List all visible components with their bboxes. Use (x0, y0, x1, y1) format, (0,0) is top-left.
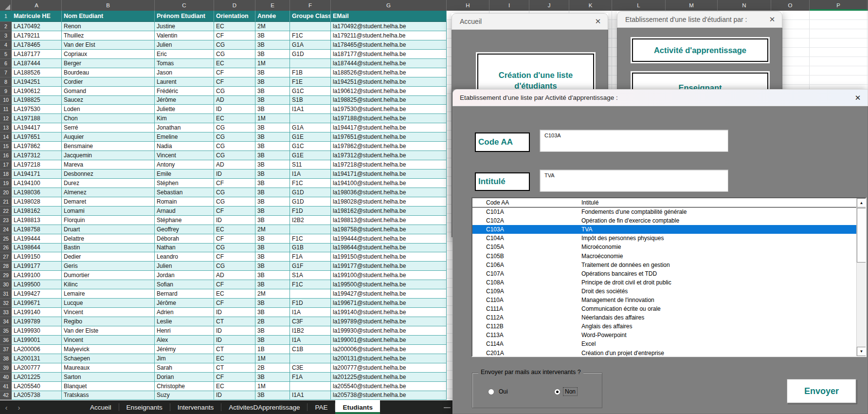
table-cell[interactable]: la199001@student.helha.be (331, 336, 447, 345)
table-cell[interactable]: la199500@student.helha.be (331, 280, 447, 289)
table-cell[interactable]: Durez (62, 179, 155, 188)
table-header-cell[interactable]: Orientation (214, 11, 255, 22)
table-cell[interactable]: Renon (62, 22, 155, 31)
table-cell[interactable]: la200777@student.helha.be (331, 363, 447, 373)
row-number[interactable]: 26 (0, 244, 12, 253)
table-cell[interactable]: ID (214, 391, 255, 400)
table-cell[interactable]: LA194417 (12, 123, 62, 132)
table-cell[interactable]: la199150@student.helha.be (331, 252, 447, 262)
table-cell[interactable]: F1D (290, 299, 331, 308)
column-header-K[interactable]: K (569, 0, 612, 11)
table-cell[interactable]: I1A (290, 308, 331, 317)
listbox-item[interactable]: C109ADroit des sociétés (472, 287, 856, 296)
row-number[interactable]: 30 (0, 280, 12, 289)
table-cell[interactable]: C1B (290, 345, 331, 354)
table-cell[interactable]: Tratskass (62, 391, 155, 400)
table-cell[interactable] (290, 382, 331, 391)
close-icon[interactable]: ✕ (848, 94, 868, 102)
table-cell[interactable]: 3B (255, 179, 290, 188)
listbox-scrollbar[interactable]: ▲ ▼ (856, 198, 866, 356)
table-cell[interactable]: EC (214, 22, 255, 31)
table-cell[interactable]: la194171@student.helha.be (331, 169, 447, 179)
row-number[interactable]: 14 (0, 132, 12, 142)
close-icon[interactable]: ✕ (588, 17, 608, 26)
column-header-O[interactable]: O (771, 0, 810, 11)
table-cell[interactable]: 3B (255, 207, 290, 216)
table-cell[interactable]: Suzy (155, 391, 214, 400)
table-cell[interactable]: LA194171 (12, 169, 62, 179)
select-all-corner[interactable] (0, 0, 12, 11)
table-cell[interactable]: Malyevick (62, 345, 155, 354)
column-header-D[interactable]: D (214, 0, 255, 11)
table-cell[interactable]: Jacquemin (62, 151, 155, 160)
table-cell[interactable]: CT (214, 317, 255, 326)
table-cell[interactable]: CF (214, 31, 255, 40)
table-cell[interactable]: I1B2 (290, 326, 331, 336)
table-cell[interactable]: la198644@student.helha.be (331, 244, 447, 253)
table-cell[interactable]: 3B (255, 50, 290, 59)
table-cell[interactable]: Maureaux (62, 363, 155, 373)
table-cell[interactable]: Christophe (155, 382, 214, 391)
table-cell[interactable]: LA200777 (12, 363, 62, 373)
table-cell[interactable]: Van der Elst (62, 40, 155, 50)
table-cell[interactable]: G1D (290, 197, 331, 207)
table-cell[interactable]: G1C (290, 87, 331, 96)
row-number[interactable]: 25 (0, 234, 12, 244)
table-cell[interactable]: CF (214, 77, 255, 87)
table-cell[interactable]: F1E (290, 77, 331, 87)
table-cell[interactable] (290, 225, 331, 234)
table-header-cell[interactable]: EMail (331, 11, 447, 22)
table-cell[interactable] (290, 59, 331, 68)
table-cell[interactable]: Vincent (62, 336, 155, 345)
table-cell[interactable]: Druart (62, 225, 155, 234)
table-cell[interactable]: Saucez (62, 96, 155, 105)
column-header-J[interactable]: J (529, 0, 569, 11)
table-cell[interactable]: 3B (255, 234, 290, 244)
table-cell[interactable]: LA197312 (12, 151, 62, 160)
listbox-item[interactable]: C114AExcel (472, 339, 856, 348)
table-cell[interactable]: 3B (255, 308, 290, 317)
row-number[interactable]: 24 (0, 225, 12, 234)
table-cell[interactable]: CF (214, 207, 255, 216)
table-cell[interactable]: Kilinc (62, 280, 155, 289)
row-number[interactable]: 12 (0, 114, 12, 123)
table-cell[interactable]: EC (214, 59, 255, 68)
table-cell[interactable]: Stéphane (155, 216, 214, 225)
listbox-item[interactable]: C104AImpôt des personnes physiques (472, 234, 856, 243)
row-number[interactable]: 5 (0, 50, 12, 59)
table-cell[interactable]: Lomami (62, 207, 155, 216)
table-cell[interactable]: G1C (290, 142, 331, 151)
table-cell[interactable]: Desbonnez (62, 169, 155, 179)
table-header-cell[interactable]: Nom Etudiant (62, 11, 155, 22)
table-cell[interactable]: la199100@student.helha.be (331, 271, 447, 280)
row-number[interactable]: 28 (0, 262, 12, 271)
column-header-C[interactable]: C (155, 0, 214, 11)
table-cell[interactable]: Geris (62, 262, 155, 271)
table-cell[interactable]: I1A (290, 169, 331, 179)
table-cell[interactable]: Jason (155, 68, 214, 77)
radio-non[interactable]: Non (554, 388, 577, 395)
scroll-down-icon[interactable]: ▼ (857, 347, 866, 356)
table-cell[interactable]: la199930@student.helha.be (331, 326, 447, 336)
table-cell[interactable]: Jordan (155, 271, 214, 280)
table-cell[interactable]: EC (214, 382, 255, 391)
table-cell[interactable]: G1A (290, 40, 331, 50)
table-cell[interactable]: Mareva (62, 160, 155, 169)
table-cell[interactable]: la188526@student.helha.be (331, 68, 447, 77)
radio-oui[interactable]: Oui (488, 388, 509, 395)
table-cell[interactable]: la199427@student.helha.be (331, 289, 447, 299)
table-cell[interactable]: 3B (255, 244, 290, 253)
table-cell[interactable]: CG (214, 188, 255, 197)
table-cell[interactable]: LA197651 (12, 132, 62, 142)
table-cell[interactable]: G1F (290, 262, 331, 271)
table-cell[interactable]: CG (214, 123, 255, 132)
table-cell[interactable]: EC (214, 225, 255, 234)
table-cell[interactable]: la198825@student.helha.be (331, 96, 447, 105)
table-cell[interactable]: Delattre (62, 234, 155, 244)
table-cell[interactable]: la201225@student.helha.be (331, 373, 447, 382)
column-header-F[interactable]: F (290, 0, 331, 11)
row-number[interactable]: 37 (0, 345, 12, 354)
table-cell[interactable]: Sebastian (155, 188, 214, 197)
table-cell[interactable]: la199444@student.helha.be (331, 234, 447, 244)
sheet-tab-pae[interactable]: PAE (307, 400, 335, 414)
